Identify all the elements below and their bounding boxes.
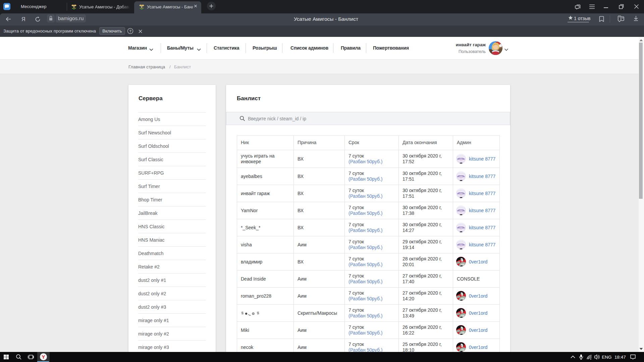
svg-text:?: ? xyxy=(129,29,131,33)
